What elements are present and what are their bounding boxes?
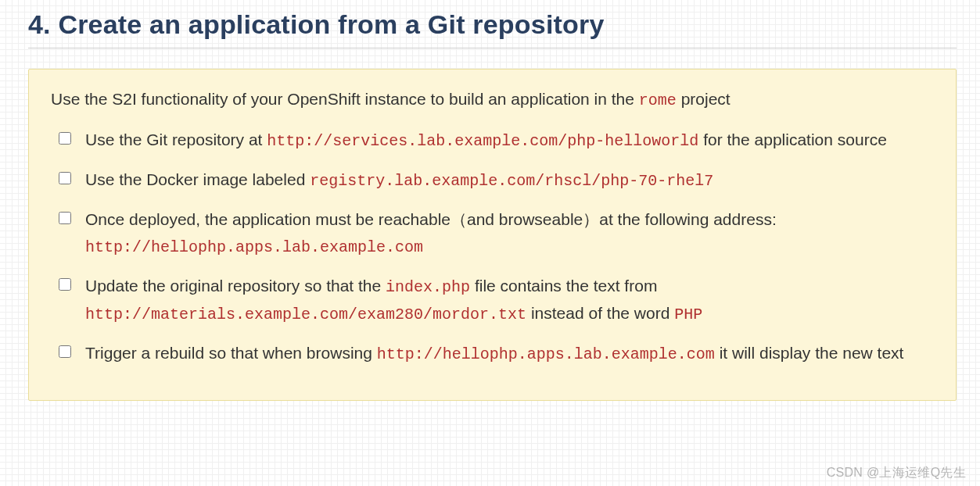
- intro-post: project: [681, 90, 731, 108]
- task-item: Once deployed, the application must be r…: [59, 206, 934, 260]
- watermark: CSDN @上海运维Q先生: [827, 465, 966, 481]
- task-checkbox[interactable]: [59, 132, 71, 145]
- inline-code: PHP: [674, 306, 702, 323]
- task-checkbox[interactable]: [59, 212, 71, 224]
- task-item: Update the original repository so that t…: [59, 273, 934, 327]
- task-checkbox[interactable]: [59, 278, 71, 291]
- section-heading: 4. Create an application from a Git repo…: [28, 0, 957, 48]
- task-item: Trigger a rebuild so that when browsing …: [59, 340, 934, 367]
- inline-code: http://services.lab.example.com/php-hell…: [267, 132, 698, 150]
- task-checkbox[interactable]: [59, 345, 71, 358]
- task-text: Once deployed, the application must be r…: [85, 210, 777, 255]
- inline-code: registry.lab.example.com/rhscl/php-70-rh…: [310, 172, 713, 190]
- inline-code: http://hellophp.apps.lab.example.com: [377, 345, 715, 363]
- task-item: Use the Git repository at http://service…: [59, 127, 934, 154]
- intro-code: rome: [639, 91, 677, 109]
- task-list: Use the Git repository at http://service…: [51, 127, 934, 367]
- task-text: Update the original repository so that t…: [85, 277, 702, 322]
- inline-code: http://materials.example.com/exam280/mor…: [85, 306, 526, 323]
- instruction-panel: Use the S2I functionality of your OpenSh…: [28, 69, 957, 401]
- task-text: Use the Git repository at http://service…: [85, 130, 887, 148]
- intro-pre: Use the S2I functionality of your OpenSh…: [51, 90, 639, 108]
- intro-paragraph: Use the S2I functionality of your OpenSh…: [51, 87, 934, 113]
- task-item: Use the Docker image labeled registry.la…: [59, 166, 934, 194]
- task-text: Trigger a rebuild so that when browsing …: [85, 344, 903, 362]
- task-text: Use the Docker image labeled registry.la…: [85, 170, 713, 188]
- inline-code: index.php: [386, 278, 470, 296]
- inline-code: http://hellophp.apps.lab.example.com: [85, 238, 423, 256]
- task-checkbox[interactable]: [59, 172, 71, 184]
